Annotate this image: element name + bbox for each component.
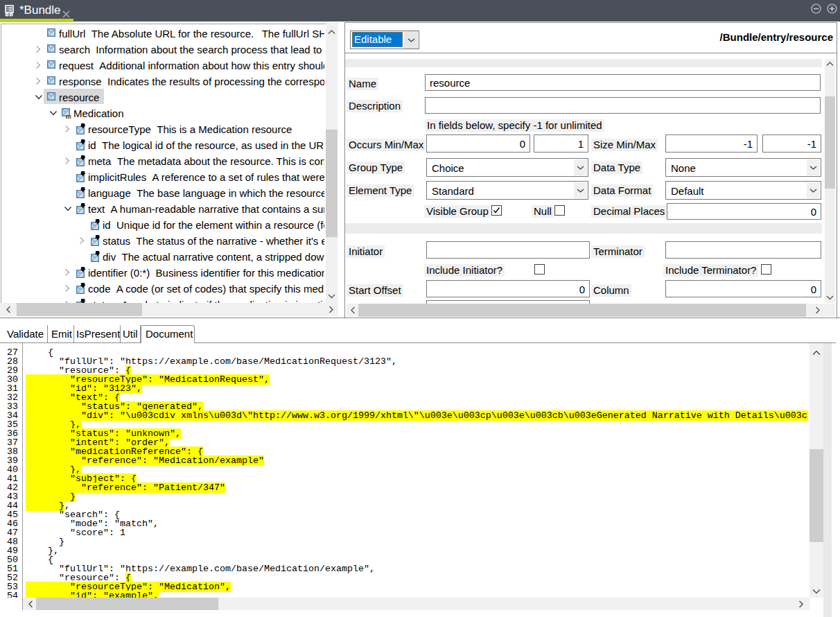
svg-text:m: m	[66, 112, 72, 119]
